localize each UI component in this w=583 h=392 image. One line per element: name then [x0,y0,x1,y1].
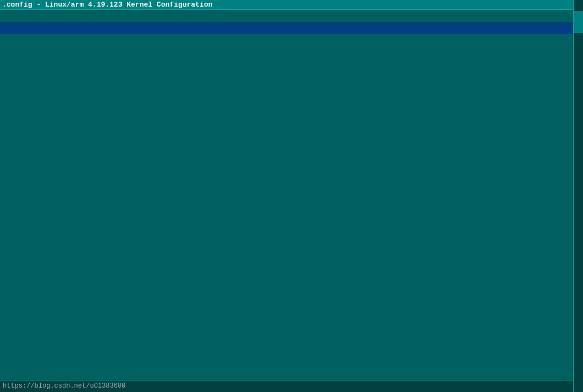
content-area: V Arrow keys navigate the menu. <Enter> … [0,34,583,392]
scrollbar-vertical[interactable] [573,0,583,392]
line-gadget-title: V V --- USB Gadget Support V V [0,240,572,252]
menu-bar[interactable]: G Device Drivers G USB support G USB Gad… [0,10,583,22]
line-debug-msg: V V [ ] Debugging messages (DEVELOPMENT)… [0,276,572,288]
url-bar: https://blog.csdn.net/u01383600 [0,380,583,392]
title-text: .config - Linux/arm 4.19.123 Kernel Conf… [2,1,212,9]
line-debug-info: V V [ ] Debugging information files (DEV… [0,312,572,324]
scrollbar-thumb[interactable] [574,11,583,33]
line-highlight: V Highlighted letters are hotkeys. Press… [0,95,572,107]
line-vbus: V V (2) Maximum VBUS Power usage (2-500 … [0,349,572,361]
title-bar: .config - Linux/arm 4.19.123 Kernel Conf… [0,0,583,10]
line-arrow: V Arrow keys navigate the menu. <Enter> … [0,58,572,70]
line-excluded: V excluded <M> module < > module capable… [0,167,572,179]
scroll-header: JOOOOOOOOOOOOOOOOOOOOOOOOOOOOOOOOOOOOOOO… [0,22,583,34]
terminal: .config - Linux/arm 4.19.123 Kernel Conf… [0,0,583,392]
line-sep1: V JOOOOOOOOOOOOOOOOOOOOOOOOOOOOOOOOOOOOO… [0,203,572,216]
url-text: https://blog.csdn.net/u01383600 [3,382,125,390]
line-features: V features . Press <Esc><Esc> to exit, <… [0,131,572,143]
